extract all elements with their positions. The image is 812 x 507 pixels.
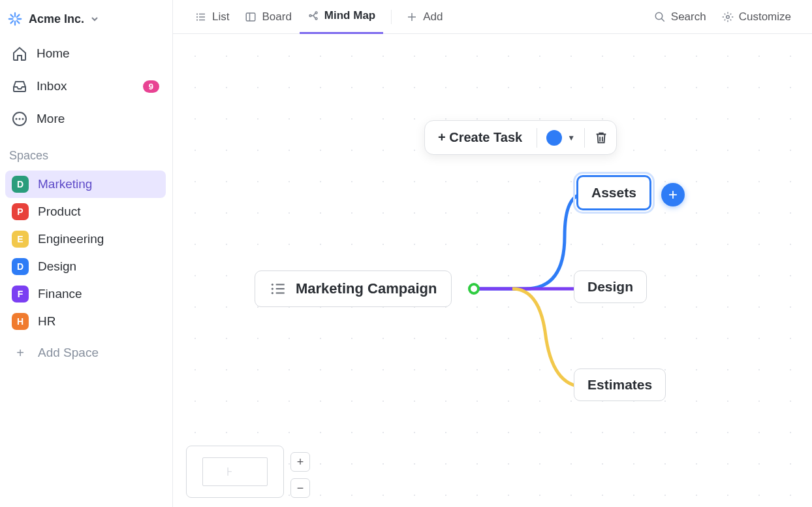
zoom-in-button[interactable]: + (290, 452, 310, 472)
tab-board[interactable]: Board (237, 0, 299, 34)
space-badge: D (12, 176, 29, 193)
svg-point-10 (19, 118, 21, 120)
space-label: Finance (38, 287, 82, 301)
edge-estimates (447, 286, 584, 403)
color-swatch (546, 130, 562, 146)
minimap-glyph: ⊦ (226, 465, 232, 479)
node-estimates[interactable]: Estimates (574, 368, 666, 401)
node-design[interactable]: Design (574, 270, 647, 303)
space-badge: P (12, 203, 29, 220)
node-toolbar: + Create Task ▼ (424, 120, 617, 155)
space-label: HR (38, 314, 55, 329)
home-icon (12, 46, 27, 61)
svg-line-5 (17, 21, 20, 24)
svg-point-14 (196, 16, 198, 17)
chevron-down-icon: ▼ (567, 133, 575, 142)
space-badge: H (12, 313, 29, 330)
workspace-name: Acme Inc. (29, 12, 84, 26)
add-view-label: Add (423, 10, 443, 24)
svg-point-22 (315, 18, 317, 20)
svg-point-25 (726, 15, 729, 18)
svg-point-30 (272, 292, 273, 294)
zoom-out-button[interactable]: − (290, 478, 310, 498)
workspace-switcher[interactable]: Acme Inc. (5, 9, 166, 35)
minimap-viewport: ⊦ (202, 457, 268, 486)
edge-design (447, 282, 578, 295)
nav-inbox-label: Inbox (37, 79, 67, 93)
divider (537, 128, 537, 148)
tab-mind-map[interactable]: Mind Map (300, 0, 383, 34)
svg-line-4 (11, 15, 14, 18)
space-label: Marketing (38, 177, 92, 191)
spaces-heading: Spaces (5, 137, 166, 167)
node-root-label: Marketing Campaign (296, 280, 437, 297)
view-tabs: ListBoardMind Map Add Search Customize (173, 0, 812, 34)
add-child-button[interactable]: + (661, 183, 685, 206)
mindmap-canvas[interactable]: Marketing Campaign Assets + Design Estim… (173, 34, 812, 507)
minimap[interactable]: ⊦ (186, 446, 284, 498)
nav-more[interactable]: More (5, 105, 166, 133)
add-space[interactable]: + Add Space (5, 339, 166, 367)
connector-dot[interactable] (468, 283, 480, 295)
search-icon (654, 11, 666, 23)
space-item-engineering[interactable]: EEngineering (5, 225, 166, 253)
board-icon (245, 11, 257, 23)
inbox-badge: 9 (143, 80, 159, 93)
trash-icon[interactable] (594, 131, 608, 145)
zoom-controls: + − (290, 452, 310, 498)
search[interactable]: Search (648, 0, 713, 34)
svg-point-11 (22, 118, 24, 120)
divider (391, 10, 392, 24)
sidebar: Acme Inc. Home Inbox 9 More Spaces DMark… (0, 0, 173, 507)
add-space-label: Add Space (38, 346, 99, 360)
space-badge: E (12, 231, 29, 248)
nav-home-label: Home (37, 46, 70, 61)
tab-label: Mind Map (324, 9, 375, 22)
node-assets[interactable]: Assets (576, 175, 651, 210)
gear-icon (722, 11, 734, 23)
space-item-product[interactable]: PProduct (5, 198, 166, 225)
tab-list[interactable]: List (187, 0, 237, 34)
node-estimates-label: Estimates (587, 377, 652, 393)
node-assets-label: Assets (591, 185, 636, 201)
mindmap-icon (307, 10, 319, 22)
tab-label: Board (262, 10, 291, 24)
space-label: Engineering (38, 232, 104, 246)
space-item-finance[interactable]: FFinance (5, 280, 166, 308)
svg-point-20 (309, 15, 311, 17)
svg-point-28 (272, 287, 273, 289)
space-item-hr[interactable]: HHR (5, 308, 166, 335)
svg-point-21 (315, 12, 317, 14)
svg-point-16 (196, 19, 198, 20)
tab-label: List (212, 10, 229, 24)
nav-inbox[interactable]: Inbox 9 (5, 72, 166, 101)
node-design-label: Design (587, 279, 633, 295)
svg-line-7 (17, 15, 20, 18)
space-badge: F (12, 286, 29, 303)
space-item-marketing[interactable]: DMarketing (5, 171, 166, 198)
edge-assets (447, 165, 584, 295)
space-label: Product (38, 204, 80, 219)
color-picker[interactable]: ▼ (546, 130, 575, 146)
create-task-button[interactable]: + Create Task (433, 127, 527, 148)
chevron-down-icon (91, 15, 99, 23)
nav-more-label: More (37, 112, 65, 126)
node-root[interactable]: Marketing Campaign (255, 270, 452, 307)
divider (584, 128, 585, 148)
add-view[interactable]: Add (399, 0, 449, 34)
plus-icon: + (12, 346, 29, 359)
plus-icon (406, 11, 418, 23)
nav-home[interactable]: Home (5, 39, 166, 68)
svg-point-23 (655, 12, 663, 20)
list-icon (195, 11, 207, 23)
customize-label: Customize (739, 10, 791, 24)
svg-rect-18 (247, 13, 256, 21)
customize[interactable]: Customize (715, 0, 798, 34)
list-icon (270, 280, 287, 297)
svg-line-6 (11, 21, 14, 24)
space-item-design[interactable]: DDesign (5, 253, 166, 280)
inbox-icon (12, 78, 27, 94)
space-label: Design (38, 259, 76, 274)
svg-point-9 (16, 118, 18, 120)
space-badge: D (12, 258, 29, 275)
